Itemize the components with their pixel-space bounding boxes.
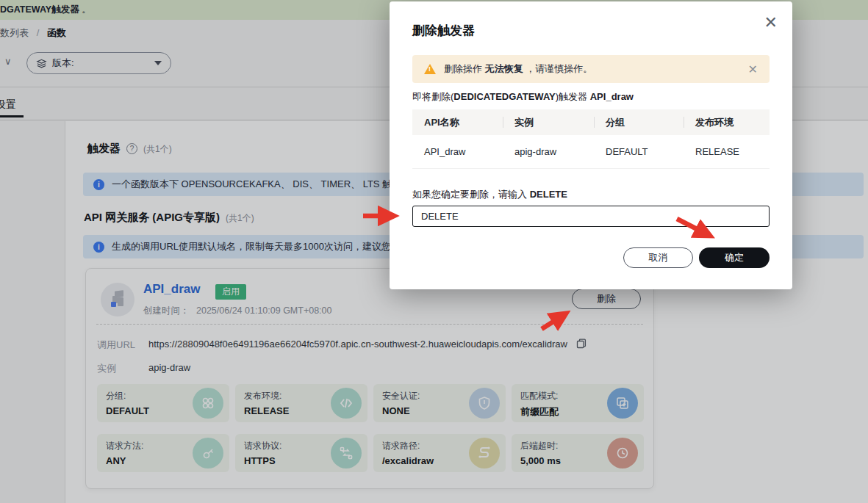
confirm-button[interactable]: 确定 bbox=[699, 247, 770, 268]
cell-instance: apig-draw bbox=[503, 135, 594, 168]
close-icon[interactable]: ✕ bbox=[764, 15, 778, 31]
table-header-row: API名称 实例 分组 发布环境 bbox=[412, 109, 770, 135]
warning-text: 删除操作 无法恢复 ，请谨慎操作。 bbox=[444, 62, 592, 76]
table-row: API_draw apig-draw DEFAULT RELEASE bbox=[412, 135, 770, 168]
cell-group: DEFAULT bbox=[594, 135, 684, 168]
delete-trigger-modal: 删除触发器 ✕ 删除操作 无法恢复 ，请谨慎操作。 ✕ 即将删除(DEDICAT… bbox=[390, 1, 792, 289]
trigger-summary-table: API名称 实例 分组 发布环境 API_draw apig-draw DEFA… bbox=[412, 109, 770, 169]
col-env: 发布环境 bbox=[684, 109, 770, 135]
warning-icon bbox=[424, 64, 436, 74]
modal-title: 删除触发器 bbox=[412, 22, 475, 39]
cell-env: RELEASE bbox=[684, 135, 770, 168]
cell-api-name: API_draw bbox=[412, 135, 503, 168]
warning-close-icon[interactable]: ✕ bbox=[748, 62, 758, 76]
delete-confirm-input[interactable] bbox=[412, 206, 770, 227]
col-api-name: API名称 bbox=[412, 109, 503, 135]
warning-banner: 删除操作 无法恢复 ，请谨慎操作。 ✕ bbox=[412, 55, 770, 83]
cancel-button[interactable]: 取消 bbox=[623, 247, 693, 268]
confirm-label: 如果您确定要删除，请输入 DELETE bbox=[412, 188, 567, 201]
col-instance: 实例 bbox=[503, 109, 594, 135]
screen: DGATEWAY触发器 。 数列表 / 函数 ∨ 版本: 设置 bbox=[0, 0, 868, 503]
col-group: 分组 bbox=[594, 109, 684, 135]
modal-subtitle: 即将删除(DEDICATEDGATEWAY)触发器 API_draw bbox=[412, 90, 634, 104]
